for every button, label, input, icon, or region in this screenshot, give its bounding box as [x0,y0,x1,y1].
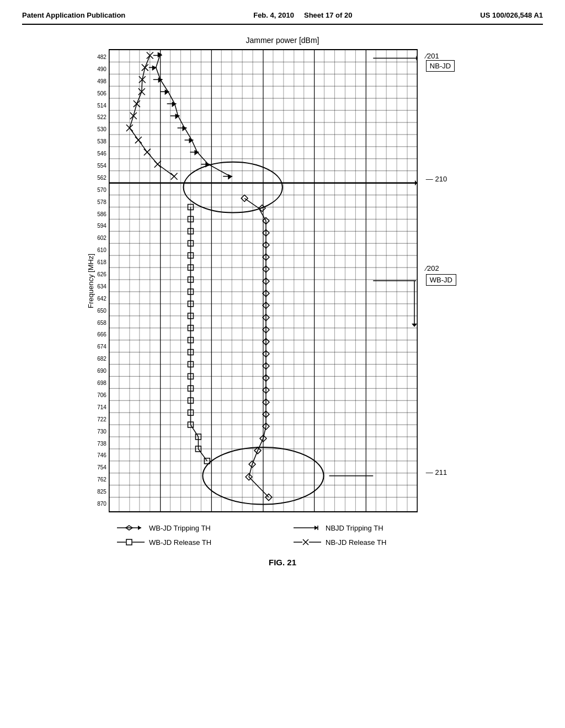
svg-marker-169 [138,526,141,530]
y-axis-label: Frequency [MHz] [87,254,95,308]
legend-label-nb-jd-release: NB-JD Release TH [326,538,386,547]
header-sheet: Sheet 17 of 20 [304,11,352,19]
svg-marker-172 [315,526,318,530]
y-label: 738 [97,441,106,447]
y-label: 870 [97,501,106,507]
y-label: 570 [97,188,106,193]
y-label: 658 [97,320,106,326]
y-label: 514 [97,103,106,109]
header-publication: Patent Application Publication [22,11,125,19]
y-label: 482 [97,55,106,60]
y-label: 618 [97,260,106,265]
chart-title: Jammer power [dBm] [246,36,319,45]
legend-item-wb-jd-release: WB-JD Release TH [117,538,271,547]
y-label: 746 [97,453,106,458]
header-date-sheet: Feb. 4, 2010 Sheet 17 of 20 [253,11,352,19]
y-label: 498 [97,79,106,84]
y-label: 602 [97,235,106,241]
header-date: Feb. 4, 2010 [253,11,294,19]
ref201-label: ∕201 [426,52,439,60]
y-label: 522 [97,115,106,120]
y-axis-ticks: 482 490 498 506 514 522 530 538 546 554 … [97,55,106,507]
header: Patent Application Publication Feb. 4, 2… [22,11,543,25]
y-label: 642 [97,296,106,302]
y-label: 706 [97,393,106,398]
y-label: 586 [97,212,106,217]
figure-caption: FIG. 21 [269,558,296,567]
y-label: 682 [97,356,106,362]
y-label: 754 [97,465,106,470]
y-label: 578 [97,200,106,205]
y-label: 538 [97,139,106,144]
y-label: 506 [97,91,106,97]
y-label: 730 [97,429,106,435]
y-label: 825 [97,489,106,495]
legend-label-wb-jd-release: WB-JD Release TH [149,538,211,547]
y-label: 562 [97,175,106,181]
legend: WB-JD Tripping TH NBJD Tripping TH [117,523,448,547]
ref211-label: — 211 [426,468,447,477]
wb-jd-label: WB-JD [426,274,456,286]
legend-item-wb-jd-tripping: WB-JD Tripping TH [117,523,271,532]
legend-symbol-square-dash [117,538,145,547]
ref202-label: ∕202 [426,264,439,272]
y-label: 722 [97,417,106,422]
legend-symbol-arrow-right [294,523,321,532]
y-label: 554 [97,163,106,169]
y-label: 674 [97,344,106,350]
y-label: 490 [97,67,106,72]
legend-label-nbjd-tripping: NBJD Tripping TH [326,524,383,532]
page: Patent Application Publication Feb. 4, 2… [0,0,565,728]
y-label: 634 [97,284,106,290]
y-label: 714 [97,405,106,410]
y-label: 690 [97,368,106,374]
y-label: 762 [97,477,106,483]
y-label: 666 [97,332,106,338]
legend-symbol-x-dash [294,538,321,547]
chart-svg: -65 -55 -45 -35 -25 -15 [109,49,418,512]
y-label: 546 [97,151,106,157]
y-label: 594 [97,223,106,229]
legend-label-wb-jd-tripping: WB-JD Tripping TH [149,524,211,532]
legend-item-nb-jd-release: NB-JD Release TH [294,538,448,547]
y-label: 530 [97,127,106,132]
legend-item-nbjd-tripping: NBJD Tripping TH [294,523,448,532]
svg-rect-175 [126,539,132,545]
right-annotations: ∕201 NB-JD — 210 ∕202 WB-JD — 211 [423,49,478,512]
y-label: 698 [97,381,106,386]
chart-wrapper: Frequency [MHz] 482 490 498 506 514 522 … [87,49,478,512]
header-patent-number: US 100/026,548 A1 [480,11,543,19]
y-label: 626 [97,272,106,277]
y-label: 650 [97,308,106,314]
ref210-label: — 210 [426,175,447,183]
nb-jd-label: NB-JD [426,60,455,72]
chart-container: Jammer power [dBm] Frequency [MHz] 482 4… [22,36,543,567]
legend-symbol-diamond-arrow [117,523,145,532]
y-label: 610 [97,248,106,253]
